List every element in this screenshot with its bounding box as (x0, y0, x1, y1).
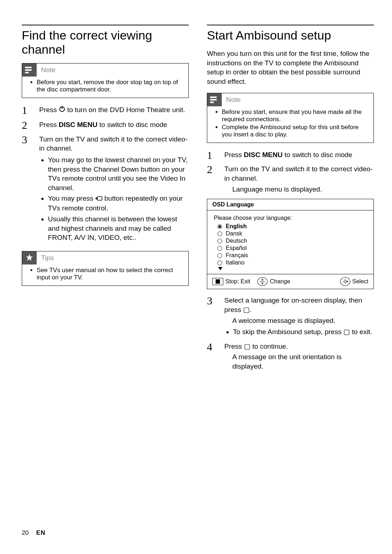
osd-title: OSD Language (207, 199, 373, 210)
note-item: Complete the Ambisound setup for this un… (222, 124, 367, 138)
svg-rect-6 (210, 97, 217, 98)
page-footer: 20 EN (22, 529, 45, 537)
osd-stop-button[interactable]: Stop: Exit (212, 278, 250, 285)
footer-lang: EN (36, 529, 46, 536)
svg-rect-7 (210, 99, 217, 100)
page-number: 20 (22, 529, 29, 536)
svg-rect-5 (97, 197, 102, 200)
step-3: Select a language for on-screen display,… (207, 296, 374, 337)
left-title: Find the correct viewing channel (22, 28, 189, 57)
lang-option[interactable]: English (217, 223, 367, 230)
osd-select-button[interactable]: Select (340, 277, 368, 286)
right-column: Start Ambisound setup When you turn on t… (207, 25, 374, 376)
step-4: Press ▢ to continue. A message on the un… (207, 342, 374, 371)
result-text: Language menu is displayed. (224, 185, 374, 194)
osd-change-button[interactable]: Change (257, 277, 290, 286)
left-column: Find the correct viewing channel Note Be… (22, 25, 189, 376)
svg-rect-1 (25, 69, 32, 71)
osd-prompt: Please choose your language: (214, 215, 367, 221)
power-icon (59, 105, 65, 115)
left-steps: Press to turn on the DVD Home Theatre un… (22, 105, 189, 242)
left-note: Note Before you start, remove the door s… (22, 63, 189, 98)
lang-option[interactable]: Deutsch (217, 237, 367, 245)
note-label: Note (37, 66, 56, 74)
more-down-icon[interactable] (218, 267, 222, 270)
sub-item: To skip the Ambisound setup, press ▢ to … (233, 327, 374, 337)
svg-point-9 (261, 280, 264, 283)
right-steps-b: Select a language for on-screen display,… (207, 296, 374, 371)
language-list: English Dansk Deutsch Español Français I… (217, 223, 367, 266)
svg-point-12 (344, 280, 346, 283)
svg-point-14 (345, 279, 346, 280)
lang-option[interactable]: Italiano (217, 259, 367, 266)
tips-item: See TVs user manual on how to select the… (37, 267, 182, 281)
result-text: A welcome message is displayed. (224, 316, 374, 325)
svg-rect-0 (25, 67, 32, 68)
lang-option[interactable]: Dansk (217, 230, 367, 237)
nav-vertical-icon (257, 277, 268, 286)
svg-point-10 (260, 281, 261, 282)
tips-label: Tips (37, 254, 54, 262)
svg-point-11 (264, 281, 265, 282)
sub-item: Usually this channel is between the lowe… (48, 214, 189, 242)
source-icon (95, 194, 102, 204)
step-2: Turn on the TV and switch it to the corr… (207, 164, 374, 194)
step-1: Press to turn on the DVD Home Theatre un… (22, 105, 189, 115)
right-title: Start Ambisound setup (207, 28, 374, 42)
svg-point-15 (345, 283, 346, 284)
result-text: A message on the unit orientation is dis… (224, 352, 374, 371)
note-icon (22, 63, 37, 77)
svg-rect-8 (210, 102, 214, 103)
sub-item: You may go to the lowest channel on your… (48, 155, 189, 193)
osd-language-menu: OSD Language Please choose your language… (207, 199, 374, 289)
note-item: Before you start, remove the door stop t… (37, 79, 182, 93)
sub-item: You may press button repeatedly on your … (48, 194, 189, 213)
stop-icon (216, 279, 220, 284)
lang-option[interactable]: Français (217, 252, 367, 259)
step-3: Turn on the TV and switch it to the corr… (22, 135, 189, 242)
lang-option[interactable]: Español (217, 245, 367, 252)
step-2: Press DISC MENU to switch to disc mode (22, 120, 189, 130)
svg-rect-2 (25, 72, 29, 73)
tips-icon (22, 251, 37, 264)
tips-box: Tips See TVs user manual on how to selec… (22, 251, 189, 286)
note-icon (207, 93, 222, 106)
note-label: Note (222, 96, 241, 104)
nav-right-icon (340, 277, 350, 286)
svg-point-13 (343, 281, 343, 282)
note-item: Before you start, ensure that you have m… (222, 108, 367, 123)
step-1: Press DISC MENU to switch to disc mode (207, 150, 374, 160)
right-steps-a: Press DISC MENU to switch to disc mode T… (207, 150, 374, 194)
intro-text: When you turn on this unit for the first… (207, 49, 374, 86)
right-note: Note Before you start, ensure that you h… (207, 93, 374, 143)
